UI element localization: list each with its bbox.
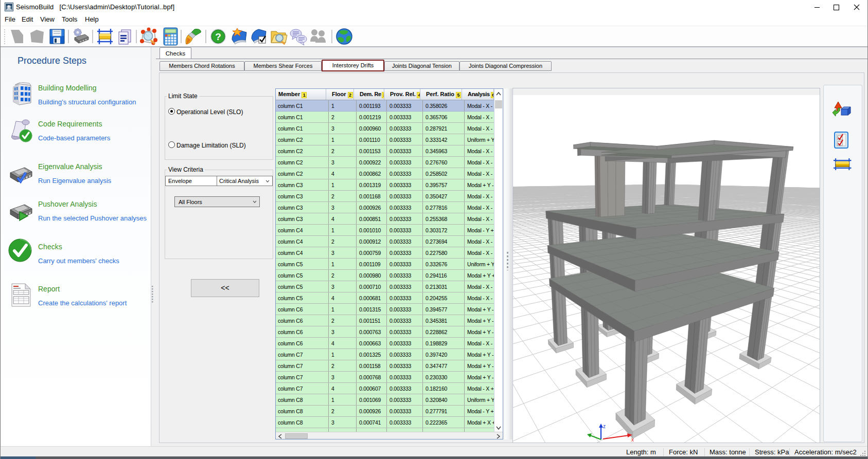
svg-text:?: ? [215, 31, 221, 42]
svg-text:x: x [631, 437, 634, 443]
svg-text:z: z [603, 424, 606, 429]
